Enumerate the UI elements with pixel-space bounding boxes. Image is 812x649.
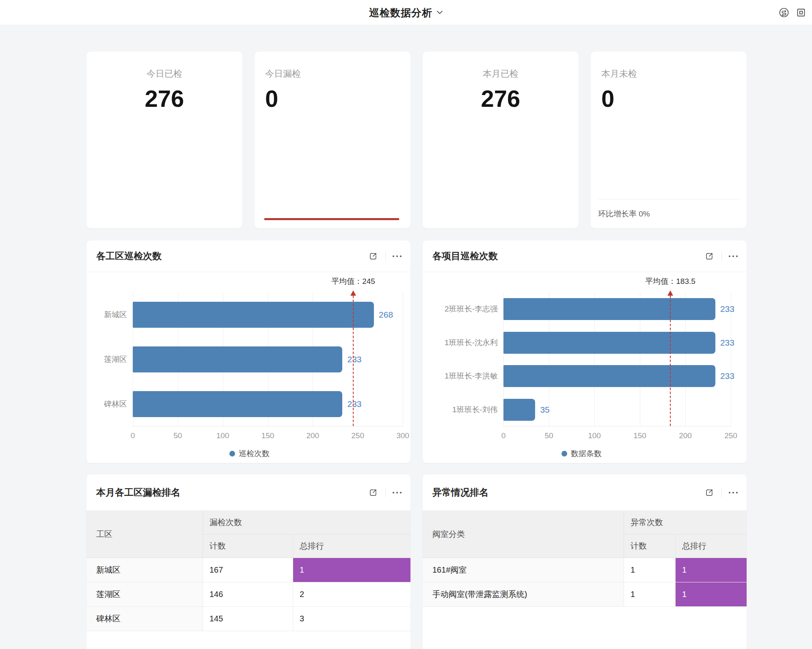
category-label: 2班班长-李志强: [445, 304, 498, 314]
table-sub-header: 计数: [624, 534, 676, 558]
more-options-icon[interactable]: [392, 253, 402, 260]
bar-row: 2班班长-李志强233: [503, 292, 731, 326]
table-card-anomaly-ranking: 异常情况排名 阀室分类异常次数计数总排行161#阀室11手动阀室(带泄露监测系统…: [423, 474, 747, 649]
x-axis-tick: 150: [633, 431, 646, 440]
more-options-icon[interactable]: [728, 489, 739, 496]
chart-legend: 数据条数: [432, 444, 731, 463]
x-axis-tick: 50: [173, 431, 182, 440]
table-cell-name: 新城区: [86, 558, 203, 582]
table-cell-name: 莲湖区: [86, 582, 203, 607]
chart-plot: 新城区268莲湖区233碑林区233平均值：245: [133, 292, 403, 426]
stat-value: 0: [601, 85, 747, 112]
chevron-down-icon: [436, 9, 443, 16]
table-sub-header: 总排行: [676, 534, 747, 558]
card-actions: [703, 250, 739, 262]
stat-cards-row: 今日已检 276 今日漏检 0 本月已检 276 本月未检 0 环比增长率 0%: [86, 52, 747, 228]
table-cell-count: 1: [624, 582, 676, 607]
stat-value: 276: [86, 85, 242, 112]
export-icon[interactable]: [367, 250, 379, 262]
dashboard-title-dropdown[interactable]: 巡检数据分析: [369, 6, 443, 19]
legend-dot: [229, 451, 235, 456]
more-options-icon[interactable]: [392, 489, 402, 496]
growth-rate-label: 环比增长率 0%: [598, 209, 650, 219]
chart-card-projects: 各项目巡检次数 2班班长-李志强2331班班长-沈永利2331班班长-李洪敏23…: [423, 240, 747, 463]
chart-title: 各项目巡检次数: [432, 250, 703, 262]
divider: [721, 488, 722, 497]
x-axis-tick: 150: [261, 431, 274, 440]
bar-chart-projects: 2班班长-李志强2331班班长-沈永利2331班班长-李洪敏2331班班长-刘伟…: [423, 272, 747, 463]
bar: [133, 302, 374, 328]
export-icon[interactable]: [367, 487, 379, 499]
table-title: 异常情况排名: [432, 486, 703, 499]
x-axis-tick: 300: [396, 431, 409, 440]
stat-label: 今日已检: [86, 68, 242, 80]
bar-value-label: 233: [720, 371, 734, 381]
table-cell-name: 161#阀室: [423, 558, 624, 582]
average-arrow-icon: [350, 290, 356, 296]
bar-row: 1班班长-李洪敏233: [503, 359, 731, 393]
swap-circle-icon[interactable]: [778, 6, 790, 19]
chart-legend: 巡检次数: [96, 444, 403, 463]
table-sub-header: 计数: [203, 534, 293, 558]
table-dim-header: 阀室分类: [423, 511, 624, 558]
x-axis-tick: 0: [131, 431, 135, 440]
bar-row: 莲湖区233: [133, 337, 403, 382]
top-bar-actions: [778, 6, 807, 19]
x-axis-tick: 0: [501, 431, 506, 440]
stat-value: 0: [265, 85, 410, 112]
bar-row: 1班班长-沈永利233: [503, 326, 731, 360]
average-label: 平均值：245: [331, 276, 375, 287]
card-actions: [703, 487, 739, 499]
stat-card-today-checked: 今日已检 276: [86, 52, 242, 228]
ranking-table: 阀室分类异常次数计数总排行161#阀室11手动阀室(带泄露监测系统)11: [423, 511, 747, 607]
legend-label: 巡检次数: [239, 448, 270, 459]
bar-row: 碑林区233: [133, 382, 403, 426]
legend-dot: [561, 451, 567, 456]
chart-card-workzones: 各工区巡检次数 新城区268莲湖区233碑林区233平均值：2450501001…: [86, 240, 410, 463]
ranking-table-missed: 工区漏检次数计数总排行新城区1671莲湖区1462碑林区1453: [86, 511, 410, 631]
bar-value-label: 233: [720, 338, 734, 348]
table-cell-rank: 1: [676, 582, 747, 607]
category-label: 莲湖区: [104, 354, 127, 365]
page-title: 巡检数据分析: [369, 6, 432, 19]
category-label: 1班班长-刘伟: [452, 405, 498, 415]
average-arrow-icon: [667, 290, 673, 296]
export-icon[interactable]: [703, 250, 715, 262]
bar: [133, 346, 342, 372]
average-label: 平均值：183.5: [645, 276, 695, 287]
x-axis-tick: 200: [306, 431, 319, 440]
square-frame-icon[interactable]: [795, 6, 807, 19]
category-label: 碑林区: [104, 399, 127, 409]
ranking-table: 工区漏检次数计数总排行新城区1671莲湖区1462碑林区1453: [86, 511, 410, 631]
stat-card-month-unchecked: 本月未检 0 环比增长率 0%: [591, 52, 747, 228]
table-cell-count: 167: [203, 558, 293, 582]
divider: [721, 252, 722, 261]
x-axis-tick: 100: [216, 431, 229, 440]
stat-label: 本月已检: [423, 68, 579, 80]
chart-plot: 2班班长-李志强2331班班长-沈永利2331班班长-李洪敏2331班班长-刘伟…: [503, 292, 731, 426]
table-cell-rank: 3: [293, 607, 410, 631]
card-header: 各工区巡检次数: [86, 240, 410, 272]
card-header: 异常情况排名: [423, 474, 747, 511]
average-line: [670, 296, 671, 426]
gridline: [403, 292, 403, 426]
category-label: 新城区: [104, 309, 127, 320]
more-options-icon[interactable]: [728, 253, 739, 260]
table-cell-count: 1: [624, 558, 676, 582]
bar: [503, 298, 715, 320]
x-axis-tick: 250: [724, 431, 737, 440]
bar: [133, 391, 342, 417]
card-actions: [367, 487, 402, 499]
x-axis-tick: 50: [544, 431, 553, 440]
divider: [385, 252, 386, 261]
table-group-header: 异常次数: [624, 511, 747, 534]
bar-value-label: 233: [347, 399, 361, 409]
x-axis-tick: 200: [679, 431, 692, 440]
bar-value-label: 233: [720, 304, 734, 314]
category-label: 1班班长-沈永利: [445, 337, 498, 348]
export-icon[interactable]: [703, 487, 715, 499]
table-card-missed-ranking: 本月各工区漏检排名 工区漏检次数计数总排行新城区1671莲湖区1462碑林区14…: [86, 474, 410, 649]
ranking-table-anomaly: 阀室分类异常次数计数总排行161#阀室11手动阀室(带泄露监测系统)11: [423, 511, 747, 607]
x-axis: 050100150200250: [503, 426, 731, 444]
table-cell-name: 碑林区: [86, 607, 203, 631]
